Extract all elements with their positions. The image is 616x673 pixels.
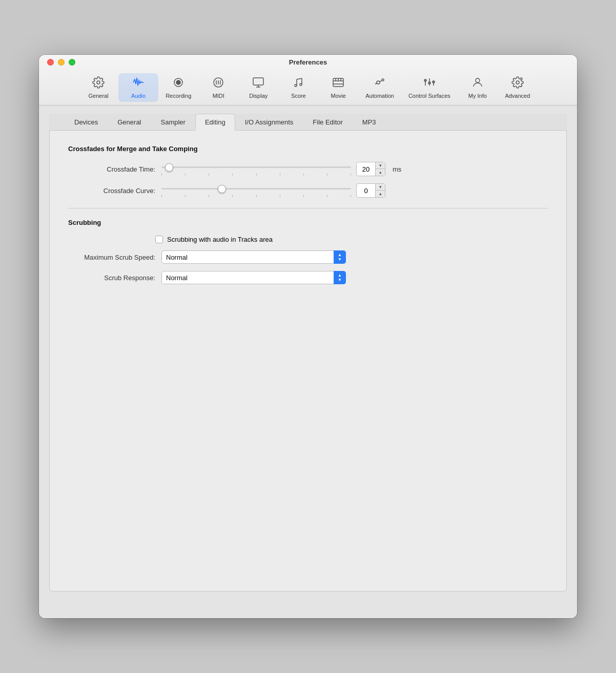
scrub-response-select-wrapper: Normal Slow Fast ▲ ▼ [161,271,346,284]
max-scrub-speed-row: Maximum Scrub Speed: Normal Slow Fast ▲ … [68,250,548,264]
score-icon [292,76,304,91]
toolbar-audio-label: Audio [131,93,146,99]
window-buttons [47,59,75,66]
tab-editing[interactable]: Editing [195,114,235,131]
tab-file-editor[interactable]: File Editor [303,114,353,131]
window-title: Preferences [47,58,569,66]
svg-line-24 [375,83,377,85]
midi-icon [212,76,224,91]
gear-icon [92,76,105,91]
max-scrub-speed-label: Maximum Scrub Speed: [68,254,155,261]
scrubbing-checkbox[interactable] [155,236,163,243]
toolbar-movie-label: Movie [331,93,346,99]
toolbar-item-midi[interactable]: MIDI [198,73,238,102]
toolbar-my-info-label: My Info [468,93,487,99]
display-icon [252,76,264,91]
tabs-bar: Devices General Sampler Editing I/O Assi… [49,114,567,131]
maximize-button[interactable] [69,59,75,66]
toolbar-item-general[interactable]: General [78,73,118,102]
toolbar-score-label: Score [291,93,306,99]
svg-point-22 [382,79,384,81]
toolbar-display-label: Display [249,93,268,99]
audio-waveform-icon [132,76,145,91]
toolbar-recording-label: Recording [166,93,191,99]
toolbar-midi-label: MIDI [213,93,224,99]
toolbar-item-movie[interactable]: Movie [318,73,358,102]
crossfade-time-slider[interactable] [161,166,351,168]
toolbar-item-automation[interactable]: Automation [358,73,401,102]
toolbar-advanced-label: Advanced [505,93,530,99]
scrub-response-select[interactable]: Normal Slow Fast [161,271,346,284]
close-button[interactable] [47,59,54,66]
crossfade-time-slider-container: 20 ▾ ▴ ms [161,162,548,176]
crossfade-curve-up-button[interactable]: ▴ [376,191,385,197]
svg-line-14 [297,78,302,79]
toolbar-control-surfaces-label: Control Surfaces [408,93,450,99]
crossfade-curve-label: Crossfade Curve: [68,187,155,195]
toolbar-item-my-info[interactable]: My Info [458,73,498,102]
toolbar-item-recording[interactable]: Recording [158,73,198,102]
crossfade-time-stepper-buttons: ▾ ▴ [375,162,385,176]
my-info-icon [471,76,484,91]
crossfade-time-value: 20 [357,164,375,174]
crossfade-time-label: Crossfade Time: [68,165,155,173]
section-divider [68,208,548,208]
preferences-window: Preferences General Audio [39,55,577,618]
max-scrub-speed-select-wrapper: Normal Slow Fast ▲ ▼ [161,250,346,264]
scrubbing-section: Scrubbing Scrubbing with audio in Tracks… [68,219,548,284]
scrubbing-checkbox-row: Scrubbing with audio in Tracks area [68,236,548,243]
crossfade-curve-stepper[interactable]: 0 ▾ ▴ [356,183,385,198]
record-icon [172,76,184,91]
svg-point-32 [516,81,519,84]
movie-icon [332,76,344,91]
crossfade-time-down-button[interactable]: ▾ [376,162,385,169]
toolbar-item-score[interactable]: Score [278,73,318,102]
tab-devices[interactable]: Devices [65,114,108,131]
toolbar-item-control-surfaces[interactable]: Control Surfaces [401,73,458,102]
svg-point-0 [97,81,100,84]
minimize-button[interactable] [58,59,65,66]
toolbar-automation-label: Automation [365,93,394,99]
toolbar-item-display[interactable]: Display [238,73,278,102]
tab-general[interactable]: General [108,114,151,131]
svg-point-31 [476,78,480,82]
advanced-icon [511,76,524,91]
crossfade-time-unit: ms [393,165,401,173]
crossfades-title: Crossfades for Merge and Take Comping [68,145,548,153]
crossfade-time-stepper[interactable]: 20 ▾ ▴ [356,162,385,176]
crossfade-time-row: Crossfade Time: [68,162,548,176]
crossfade-curve-stepper-buttons: ▾ ▴ [375,184,385,197]
titlebar: Preferences General Audio [39,55,577,106]
svg-point-2 [176,80,180,85]
toolbar-item-audio[interactable]: Audio [118,73,158,102]
svg-line-23 [380,80,382,82]
svg-rect-7 [253,78,263,85]
control-surfaces-icon [423,76,436,91]
automation-icon [374,76,386,91]
toolbar: General Audio Recording [78,69,538,105]
toolbar-general-label: General [89,93,109,99]
crossfade-time-up-button[interactable]: ▴ [376,169,385,176]
scrubbing-checkbox-label: Scrubbing with audio in Tracks area [167,236,273,243]
tab-io-assignments[interactable]: I/O Assignments [235,114,303,131]
crossfade-curve-slider[interactable] [161,188,351,190]
crossfade-curve-value: 0 [357,186,375,196]
svg-point-21 [377,81,380,84]
crossfade-curve-slider-container: 0 ▾ ▴ [161,183,548,198]
scrub-response-row: Scrub Response: Normal Slow Fast ▲ ▼ [68,271,548,284]
max-scrub-speed-select[interactable]: Normal Slow Fast [161,250,346,264]
tab-sampler[interactable]: Sampler [151,114,195,131]
scrub-response-label: Scrub Response: [68,274,155,282]
tab-mp3[interactable]: MP3 [353,114,386,131]
scrubbing-title: Scrubbing [68,219,548,226]
crossfades-section: Crossfades for Merge and Take Comping Cr… [68,145,548,198]
toolbar-item-advanced[interactable]: Advanced [498,73,538,102]
crossfade-curve-down-button[interactable]: ▾ [376,184,385,191]
crossfade-curve-row: Crossfade Curve: [68,183,548,198]
